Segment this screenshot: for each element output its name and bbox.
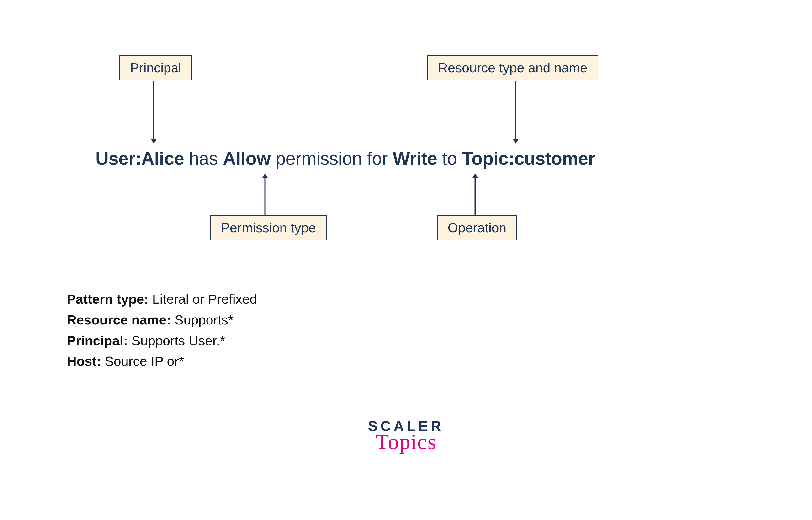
svg-marker-3	[513, 139, 519, 144]
note-resource-name-value: Supports*	[171, 312, 234, 327]
sentence-to: to	[437, 148, 462, 168]
sentence-operation: Write	[393, 148, 437, 168]
label-resource: Resource type and name	[427, 55, 598, 80]
label-permission-text: Permission type	[221, 220, 316, 235]
scaler-topics-logo: SCALER Topics	[368, 418, 444, 454]
sentence-permission-for: permission for	[270, 148, 393, 168]
sentence-has: has	[184, 148, 223, 168]
sentence-principal: User:Alice	[96, 148, 184, 168]
note-principal-value: Supports User.*	[128, 333, 225, 348]
label-operation: Operation	[437, 215, 517, 240]
arrow-principal	[149, 81, 159, 145]
logo-topics-text: Topics	[368, 429, 444, 454]
label-operation-text: Operation	[448, 220, 506, 235]
svg-marker-5	[262, 173, 268, 178]
label-principal: Principal	[120, 55, 192, 80]
svg-marker-1	[151, 139, 157, 144]
arrow-permission	[260, 172, 270, 215]
label-resource-text: Resource type and name	[438, 60, 587, 75]
label-principal-text: Principal	[130, 60, 181, 75]
svg-marker-7	[472, 173, 478, 178]
note-host-label: Host:	[67, 354, 101, 369]
note-host-value: Source IP or*	[101, 354, 184, 369]
note-principal: Principal: Supports User.*	[67, 331, 257, 351]
sentence-resource: Topic:customer	[462, 148, 595, 168]
arrow-resource	[511, 81, 521, 145]
note-pattern-type-label: Pattern type:	[67, 291, 149, 307]
diagram-canvas: Principal Resource type and name Permiss…	[0, 0, 812, 520]
arrow-operation	[470, 172, 480, 215]
note-host: Host: Source IP or*	[67, 351, 257, 372]
acl-sentence: User:Alice has Allow permission for Writ…	[96, 148, 595, 169]
note-pattern-type-value: Literal or Prefixed	[149, 291, 257, 307]
note-principal-label: Principal:	[67, 333, 128, 348]
label-permission: Permission type	[210, 215, 326, 240]
note-resource-name: Resource name: Supports*	[67, 310, 257, 331]
note-pattern-type: Pattern type: Literal or Prefixed	[67, 289, 257, 310]
note-resource-name-label: Resource name:	[67, 312, 171, 327]
notes-block: Pattern type: Literal or Prefixed Resour…	[67, 289, 257, 372]
sentence-permission: Allow	[223, 148, 270, 168]
